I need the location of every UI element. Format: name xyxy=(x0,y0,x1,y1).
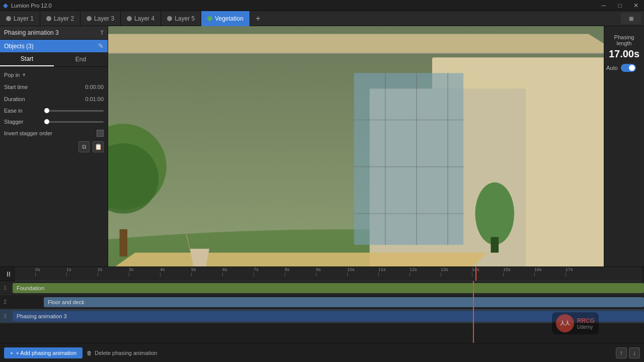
watermark-rrcg: RRCG xyxy=(577,317,595,324)
time-ruler[interactable]: 0s 1s 2s 3s 4s 5s 6s xyxy=(15,267,642,281)
duration-value[interactable]: 0:01:00 xyxy=(85,96,104,102)
layer1-icon xyxy=(6,16,11,21)
tab-end[interactable]: End xyxy=(54,52,108,66)
track-num-2: 2 xyxy=(0,299,10,305)
ruler-12s: 12s xyxy=(410,267,441,281)
delete-animation-label: Delete phasing animation xyxy=(95,350,157,356)
ruler-8s: 8s xyxy=(285,267,316,281)
ruler-tick xyxy=(191,273,192,277)
pop-in-dropdown[interactable]: Pop in ▼ xyxy=(4,72,26,78)
panel-title-icon: T xyxy=(100,30,104,36)
tab-layer4-label: Layer 4 xyxy=(134,15,154,22)
track-label-foundation: Foundation xyxy=(17,285,44,291)
svg-rect-4 xyxy=(354,73,463,245)
duration-row: Duration 0:01:00 xyxy=(0,93,108,105)
track-row-foundation[interactable]: 1 Foundation xyxy=(0,281,644,295)
close-button[interactable]: ✕ xyxy=(628,0,644,11)
tab-end-label: End xyxy=(75,56,86,63)
watermark-circle-text: 人人 xyxy=(560,320,570,327)
ruler-4s: 4s xyxy=(160,267,191,281)
track-block-foundation[interactable]: Foundation xyxy=(13,283,644,293)
move-down-button[interactable]: ↓ xyxy=(629,347,640,358)
ruler-14s: 14s xyxy=(472,267,503,281)
ruler-2s: 2s xyxy=(98,267,129,281)
stagger-row: Stagger xyxy=(0,116,108,127)
maximize-button[interactable]: □ xyxy=(612,0,628,11)
ease-in-label: Ease in xyxy=(4,108,44,114)
svg-marker-18 xyxy=(108,34,604,54)
ease-in-slider[interactable] xyxy=(44,110,104,112)
ruler-11s: 11s xyxy=(378,267,410,281)
track-block-phasing3[interactable]: Phasing animation 3 xyxy=(13,311,644,321)
ruler-tick xyxy=(347,273,348,277)
start-time-row: Start time 0:00:00 xyxy=(0,81,108,93)
tab-layer5-label: Layer 5 xyxy=(175,15,195,22)
stagger-slider[interactable] xyxy=(44,121,104,123)
track-content-3: Phasing animation 3 xyxy=(13,309,644,323)
svg-rect-30 xyxy=(120,229,128,256)
panel-title: Phasing animation 3 xyxy=(4,29,59,36)
plus-icon: + xyxy=(10,350,13,356)
timeline-area: ⏸ 0s 1s 2s 3s 4s xyxy=(0,266,644,362)
invert-stagger-checkbox[interactable] xyxy=(97,130,104,137)
track-row-floor[interactable]: 2 Floor and deck xyxy=(0,295,644,309)
add-layer-button[interactable]: + xyxy=(252,13,264,25)
ruler-marks: 0s 1s 2s 3s 4s 5s 6s xyxy=(25,267,642,281)
ruler-tick xyxy=(254,273,254,277)
objects-row[interactable]: Objects (3) ✎ xyxy=(0,40,108,52)
start-time-value[interactable]: 0:00:00 xyxy=(85,84,104,90)
ruler-tick xyxy=(472,273,472,277)
phasing-length-value: 17.00s xyxy=(606,48,642,60)
pause-button[interactable]: ⏸ xyxy=(2,267,15,281)
watermark: 人人 RRCG Udemy xyxy=(552,312,599,334)
add-phasing-animation-button[interactable]: + + Add phasing animation xyxy=(4,347,83,358)
tab-layer3-label: Layer 3 xyxy=(94,15,114,22)
ruler-tick xyxy=(503,273,504,277)
tab-layer2[interactable]: Layer 2 xyxy=(40,11,80,26)
panel-header: Phasing animation 3 T xyxy=(0,26,108,40)
view-toggle-button[interactable]: ▦ xyxy=(621,13,641,24)
auto-toggle[interactable] xyxy=(621,64,636,72)
ruler-tick xyxy=(66,273,67,277)
auto-label: Auto xyxy=(606,65,618,71)
delete-phasing-animation-button[interactable]: 🗑 Delete phasing animation xyxy=(87,350,157,356)
watermark-circle: 人人 xyxy=(556,314,574,332)
svg-rect-21 xyxy=(491,237,499,252)
tab-layer3[interactable]: Layer 3 xyxy=(80,11,121,26)
add-animation-label: + Add phasing animation xyxy=(16,350,76,356)
ruler-tick xyxy=(441,273,441,277)
track-block-floor[interactable]: Floor and deck xyxy=(44,297,644,307)
move-up-button[interactable]: ↑ xyxy=(616,347,627,358)
track-row-phasing3[interactable]: 3 Phasing animation 3 xyxy=(0,309,644,323)
start-end-tabs: Start End xyxy=(0,52,108,67)
layer3-icon xyxy=(87,16,92,21)
paste-button[interactable]: 📋 xyxy=(93,141,104,152)
ruler-playhead xyxy=(475,267,476,281)
view-toggle-icon: ▦ xyxy=(629,16,633,21)
app-icon: ◆ xyxy=(3,2,8,9)
edit-objects-icon[interactable]: ✎ xyxy=(98,42,104,50)
svg-point-20 xyxy=(475,183,514,245)
tab-vegetation-label: Vegetation xyxy=(215,15,244,22)
vegetation-icon xyxy=(207,16,212,21)
ruler-15s: 15s xyxy=(503,267,534,281)
invert-stagger-row: Invert stagger order xyxy=(0,127,108,139)
watermark-inner: 人人 RRCG Udemy xyxy=(552,312,599,334)
tab-start[interactable]: Start xyxy=(0,52,54,66)
dropdown-arrow-icon: ▼ xyxy=(22,72,26,77)
minimize-button[interactable]: ─ xyxy=(596,0,612,11)
ruler-tick xyxy=(160,273,160,277)
tab-vegetation[interactable]: Vegetation xyxy=(201,11,250,26)
layer4-icon xyxy=(127,16,132,21)
phasing-length-label: Phasing length xyxy=(606,34,642,46)
pop-in-row: Pop in ▼ xyxy=(0,69,108,81)
ruler-9s: 9s xyxy=(316,267,347,281)
start-time-label: Start time xyxy=(4,84,28,90)
tab-layer5[interactable]: Layer 5 xyxy=(161,11,201,26)
ruler-3s: 3s xyxy=(129,267,160,281)
tab-layer1[interactable]: Layer 1 xyxy=(0,11,40,26)
tab-layer4[interactable]: Layer 4 xyxy=(121,11,161,26)
objects-label: Objects (3) xyxy=(4,43,34,50)
ruler-tick xyxy=(222,273,223,277)
copy-button[interactable]: ⧉ xyxy=(78,141,90,152)
